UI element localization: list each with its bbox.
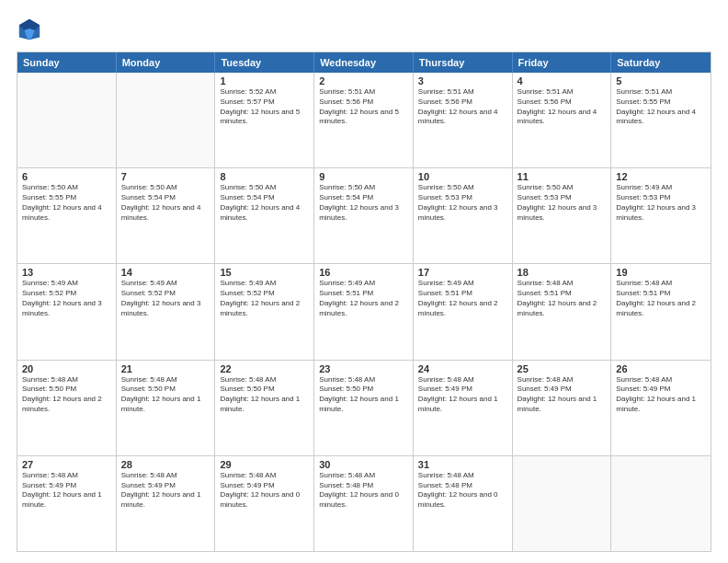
day-number: 22 <box>220 363 309 374</box>
day-cell-13: 13Sunrise: 5:49 AM Sunset: 5:52 PM Dayli… <box>17 264 117 359</box>
day-cell-4: 4Sunrise: 5:51 AM Sunset: 5:56 PM Daylig… <box>513 73 612 167</box>
day-number: 3 <box>418 75 507 86</box>
calendar-header: SundayMondayTuesdayWednesdayThursdayFrid… <box>17 52 711 73</box>
header-day-saturday: Saturday <box>611 52 711 73</box>
day-number: 9 <box>319 171 408 182</box>
cell-info: Sunrise: 5:50 AM Sunset: 5:54 PM Dayligh… <box>220 183 309 223</box>
calendar-row-5: 27Sunrise: 5:48 AM Sunset: 5:49 PM Dayli… <box>17 455 711 551</box>
cell-info: Sunrise: 5:48 AM Sunset: 5:49 PM Dayligh… <box>121 471 210 511</box>
day-number: 1 <box>220 75 309 86</box>
day-cell-22: 22Sunrise: 5:48 AM Sunset: 5:50 PM Dayli… <box>215 361 314 455</box>
day-number: 4 <box>518 75 607 86</box>
day-cell-27: 27Sunrise: 5:48 AM Sunset: 5:49 PM Dayli… <box>17 456 117 551</box>
day-number: 20 <box>22 363 111 374</box>
cell-info: Sunrise: 5:50 AM Sunset: 5:54 PM Dayligh… <box>319 183 408 223</box>
calendar-body: 1Sunrise: 5:52 AM Sunset: 5:57 PM Daylig… <box>17 73 711 551</box>
cell-info: Sunrise: 5:49 AM Sunset: 5:51 PM Dayligh… <box>319 279 408 318</box>
day-number: 24 <box>418 363 507 374</box>
day-number: 8 <box>220 171 309 182</box>
cell-info: Sunrise: 5:50 AM Sunset: 5:54 PM Dayligh… <box>121 183 210 223</box>
day-cell-23: 23Sunrise: 5:48 AM Sunset: 5:50 PM Dayli… <box>314 361 414 455</box>
day-cell-18: 18Sunrise: 5:48 AM Sunset: 5:51 PM Dayli… <box>513 264 612 359</box>
day-cell-9: 9Sunrise: 5:50 AM Sunset: 5:54 PM Daylig… <box>314 168 414 263</box>
day-number: 18 <box>518 267 607 278</box>
cell-info: Sunrise: 5:51 AM Sunset: 5:56 PM Dayligh… <box>418 87 507 127</box>
day-number: 16 <box>319 267 408 278</box>
day-number: 31 <box>418 459 507 470</box>
day-number: 23 <box>319 363 408 374</box>
day-cell-15: 15Sunrise: 5:49 AM Sunset: 5:52 PM Dayli… <box>215 264 314 359</box>
header-day-sunday: Sunday <box>17 52 117 73</box>
day-cell-7: 7Sunrise: 5:50 AM Sunset: 5:54 PM Daylig… <box>117 168 216 263</box>
header-day-monday: Monday <box>117 52 216 73</box>
calendar-row-3: 13Sunrise: 5:49 AM Sunset: 5:52 PM Dayli… <box>17 263 711 359</box>
day-number: 12 <box>616 171 706 182</box>
cell-info: Sunrise: 5:48 AM Sunset: 5:48 PM Dayligh… <box>319 471 408 511</box>
page: SundayMondayTuesdayWednesdayThursdayFrid… <box>0 0 728 563</box>
day-cell-17: 17Sunrise: 5:49 AM Sunset: 5:51 PM Dayli… <box>414 264 513 359</box>
cell-info: Sunrise: 5:49 AM Sunset: 5:52 PM Dayligh… <box>22 279 111 318</box>
day-number: 2 <box>319 75 408 86</box>
day-cell-19: 19Sunrise: 5:48 AM Sunset: 5:51 PM Dayli… <box>611 264 711 359</box>
day-cell-29: 29Sunrise: 5:48 AM Sunset: 5:49 PM Dayli… <box>215 456 314 551</box>
cell-info: Sunrise: 5:49 AM Sunset: 5:52 PM Dayligh… <box>220 279 309 318</box>
day-number: 26 <box>616 363 706 374</box>
header-day-friday: Friday <box>513 52 612 73</box>
day-cell-31: 31Sunrise: 5:48 AM Sunset: 5:48 PM Dayli… <box>414 456 513 551</box>
day-number: 10 <box>418 171 507 182</box>
cell-info: Sunrise: 5:50 AM Sunset: 5:55 PM Dayligh… <box>22 183 111 223</box>
cell-info: Sunrise: 5:50 AM Sunset: 5:53 PM Dayligh… <box>518 183 607 223</box>
day-number: 7 <box>121 171 210 182</box>
day-number: 6 <box>22 171 111 182</box>
day-cell-14: 14Sunrise: 5:49 AM Sunset: 5:52 PM Dayli… <box>117 264 216 359</box>
day-number: 29 <box>220 459 309 470</box>
day-number: 14 <box>121 267 210 278</box>
cell-info: Sunrise: 5:49 AM Sunset: 5:52 PM Dayligh… <box>121 279 210 318</box>
empty-cell <box>17 73 117 167</box>
calendar: SundayMondayTuesdayWednesdayThursdayFrid… <box>17 52 711 552</box>
day-number: 19 <box>616 267 706 278</box>
day-cell-11: 11Sunrise: 5:50 AM Sunset: 5:53 PM Dayli… <box>513 168 612 263</box>
day-cell-30: 30Sunrise: 5:48 AM Sunset: 5:48 PM Dayli… <box>314 456 414 551</box>
day-number: 13 <box>22 267 111 278</box>
calendar-row-1: 1Sunrise: 5:52 AM Sunset: 5:57 PM Daylig… <box>17 73 711 167</box>
day-cell-21: 21Sunrise: 5:48 AM Sunset: 5:50 PM Dayli… <box>117 361 216 455</box>
cell-info: Sunrise: 5:48 AM Sunset: 5:50 PM Dayligh… <box>319 375 408 415</box>
day-number: 28 <box>121 459 210 470</box>
day-number: 17 <box>418 267 507 278</box>
cell-info: Sunrise: 5:51 AM Sunset: 5:56 PM Dayligh… <box>518 87 607 127</box>
calendar-row-4: 20Sunrise: 5:48 AM Sunset: 5:50 PM Dayli… <box>17 360 711 455</box>
day-cell-5: 5Sunrise: 5:51 AM Sunset: 5:55 PM Daylig… <box>611 73 711 167</box>
day-cell-10: 10Sunrise: 5:50 AM Sunset: 5:53 PM Dayli… <box>414 168 513 263</box>
cell-info: Sunrise: 5:48 AM Sunset: 5:50 PM Dayligh… <box>22 375 111 415</box>
empty-cell <box>513 456 612 551</box>
cell-info: Sunrise: 5:48 AM Sunset: 5:49 PM Dayligh… <box>220 471 309 511</box>
day-number: 11 <box>518 171 607 182</box>
empty-cell <box>117 73 216 167</box>
empty-cell <box>611 456 711 551</box>
day-cell-8: 8Sunrise: 5:50 AM Sunset: 5:54 PM Daylig… <box>215 168 314 263</box>
day-cell-12: 12Sunrise: 5:49 AM Sunset: 5:53 PM Dayli… <box>611 168 711 263</box>
cell-info: Sunrise: 5:48 AM Sunset: 5:49 PM Dayligh… <box>518 375 607 415</box>
day-number: 15 <box>220 267 309 278</box>
cell-info: Sunrise: 5:50 AM Sunset: 5:53 PM Dayligh… <box>418 183 507 223</box>
day-number: 27 <box>22 459 111 470</box>
day-cell-2: 2Sunrise: 5:51 AM Sunset: 5:56 PM Daylig… <box>314 73 414 167</box>
day-cell-26: 26Sunrise: 5:48 AM Sunset: 5:49 PM Dayli… <box>611 361 711 455</box>
day-number: 5 <box>616 75 706 86</box>
cell-info: Sunrise: 5:48 AM Sunset: 5:50 PM Dayligh… <box>220 375 309 415</box>
header-day-thursday: Thursday <box>414 52 513 73</box>
day-cell-20: 20Sunrise: 5:48 AM Sunset: 5:50 PM Dayli… <box>17 361 117 455</box>
cell-info: Sunrise: 5:49 AM Sunset: 5:51 PM Dayligh… <box>418 279 507 318</box>
cell-info: Sunrise: 5:48 AM Sunset: 5:48 PM Dayligh… <box>418 471 507 511</box>
day-cell-25: 25Sunrise: 5:48 AM Sunset: 5:49 PM Dayli… <box>513 361 612 455</box>
cell-info: Sunrise: 5:48 AM Sunset: 5:49 PM Dayligh… <box>22 471 111 511</box>
header <box>17 17 711 42</box>
day-number: 21 <box>121 363 210 374</box>
cell-info: Sunrise: 5:51 AM Sunset: 5:56 PM Dayligh… <box>319 87 408 127</box>
cell-info: Sunrise: 5:49 AM Sunset: 5:53 PM Dayligh… <box>616 183 706 223</box>
logo-icon <box>17 17 42 42</box>
cell-info: Sunrise: 5:48 AM Sunset: 5:49 PM Dayligh… <box>418 375 507 415</box>
cell-info: Sunrise: 5:48 AM Sunset: 5:49 PM Dayligh… <box>616 375 706 415</box>
day-number: 30 <box>319 459 408 470</box>
